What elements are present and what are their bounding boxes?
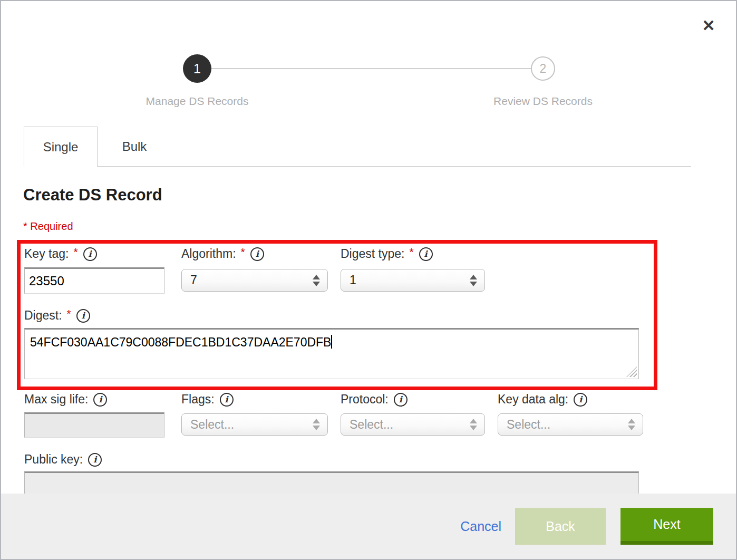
key-data-alg-select[interactable]: Select...	[498, 413, 643, 436]
info-icon[interactable]: i	[220, 393, 234, 407]
digest-type-label: Digest type: * i	[341, 247, 433, 261]
digest-type-select[interactable]: 1	[341, 269, 485, 292]
create-ds-record-dialog: ✕ 1 2 Manage DS Records Review DS Record…	[0, 0, 737, 560]
info-icon[interactable]: i	[574, 393, 587, 407]
max-sig-life-label: Max sig life: i	[24, 392, 107, 407]
select-arrows-icon	[313, 419, 320, 430]
info-icon[interactable]: i	[250, 247, 264, 261]
back-button[interactable]: Back	[515, 508, 606, 545]
info-icon[interactable]: i	[88, 453, 102, 467]
tab-single[interactable]: Single	[24, 127, 98, 167]
digest-textarea[interactable]: 54FCF030AA1C79C0088FDEC1BD1C37DAA2E70DFB	[24, 328, 639, 379]
flags-select-value: Select...	[190, 418, 313, 432]
key-tag-input[interactable]	[24, 267, 164, 294]
tab-bulk[interactable]: Bulk	[98, 127, 171, 167]
public-key-label-text: Public key:	[24, 452, 83, 467]
step-1-circle: 1	[183, 54, 211, 83]
algorithm-select[interactable]: 7	[181, 269, 328, 292]
algorithm-label-text: Algorithm:	[181, 247, 236, 261]
flags-label-text: Flags:	[181, 392, 215, 407]
info-icon[interactable]: i	[419, 247, 433, 261]
key-tag-label: Key tag: * i	[24, 247, 97, 261]
flags-label: Flags: i	[181, 392, 234, 407]
flags-select[interactable]: Select...	[181, 413, 328, 436]
digest-value: 54FCF030AA1C79C0088FDEC1BD1C37DAA2E70DFB	[30, 335, 331, 349]
page-title: Create DS Record	[23, 186, 162, 205]
select-arrows-icon	[628, 419, 635, 430]
protocol-select[interactable]: Select...	[341, 413, 485, 436]
info-icon[interactable]: i	[76, 309, 90, 323]
digest-label: Digest: * i	[24, 308, 90, 323]
max-sig-life-input[interactable]	[24, 412, 164, 438]
public-key-label: Public key: i	[24, 452, 102, 467]
step-2-circle: 2	[531, 56, 555, 81]
tab-divider	[98, 166, 691, 167]
dialog-footer: Cancel Back Next	[1, 494, 736, 559]
key-data-alg-label: Key data alg: i	[498, 392, 587, 407]
text-caret	[331, 335, 332, 349]
select-arrows-icon	[470, 419, 477, 430]
digest-type-label-text: Digest type:	[341, 247, 404, 261]
max-sig-life-label-text: Max sig life:	[24, 392, 88, 407]
required-asterisk: *	[73, 246, 77, 258]
step-1-label: Manage DS Records	[92, 95, 303, 108]
select-arrows-icon	[470, 275, 477, 286]
protocol-label: Protocol: i	[341, 392, 408, 407]
next-button[interactable]: Next	[620, 508, 713, 545]
protocol-select-value: Select...	[350, 418, 470, 432]
key-tag-label-text: Key tag:	[24, 247, 69, 261]
select-arrows-icon	[313, 275, 320, 286]
digest-label-text: Digest:	[24, 308, 62, 323]
algorithm-select-value: 7	[190, 273, 313, 287]
info-icon[interactable]: i	[93, 393, 107, 407]
required-asterisk: *	[241, 246, 245, 258]
cancel-link[interactable]: Cancel	[460, 519, 501, 534]
required-asterisk: *	[409, 246, 413, 258]
key-data-alg-label-text: Key data alg:	[498, 392, 568, 407]
stepper-connector	[211, 68, 532, 69]
step-2-label: Review DS Records	[438, 95, 648, 108]
key-data-alg-select-value: Select...	[507, 418, 628, 432]
required-note: * Required	[23, 220, 73, 233]
info-icon[interactable]: i	[394, 393, 408, 407]
resize-handle-icon[interactable]	[626, 366, 637, 377]
protocol-label-text: Protocol:	[341, 392, 389, 407]
info-icon[interactable]: i	[83, 247, 97, 261]
close-icon[interactable]: ✕	[698, 15, 719, 36]
algorithm-label: Algorithm: * i	[181, 247, 264, 261]
required-asterisk: *	[67, 307, 71, 320]
digest-type-select-value: 1	[350, 273, 470, 287]
